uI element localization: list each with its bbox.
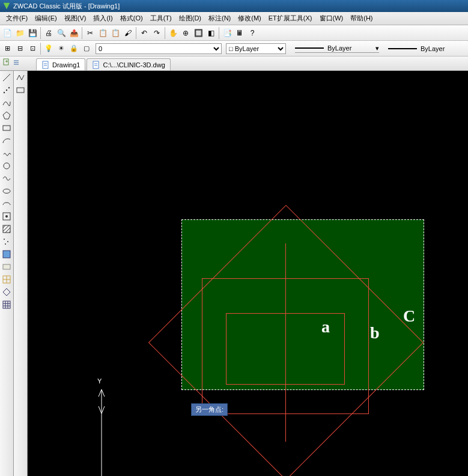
sun-icon[interactable]: ☀ <box>55 43 67 55</box>
tool-spline2[interactable] <box>1 173 12 184</box>
tool-earc[interactable] <box>1 198 12 209</box>
tooltip-corner: 另一角点: <box>191 403 228 416</box>
tool-region[interactable] <box>1 249 12 260</box>
tab-new-icon[interactable] <box>2 58 11 66</box>
tool-hatch[interactable] <box>1 224 12 234</box>
ellipse-icon <box>2 186 11 196</box>
zoom-icon[interactable]: ⊕ <box>180 27 192 39</box>
tool-spline[interactable] <box>1 97 12 108</box>
open-icon[interactable]: 📁 <box>14 27 26 39</box>
linetype-selector[interactable]: ByLayer▾ <box>295 44 379 53</box>
tool-gradient[interactable] <box>1 274 12 285</box>
tool2-rect[interactable] <box>15 85 26 96</box>
tool-line[interactable] <box>1 72 12 83</box>
separator <box>136 27 136 39</box>
undo-icon[interactable]: ↶ <box>138 27 150 39</box>
paste-icon[interactable]: 📋 <box>109 27 121 39</box>
bulb-icon[interactable]: 💡 <box>43 43 55 55</box>
tool-rect2[interactable] <box>1 261 12 272</box>
menu-视图[interactable]: 视图(V) <box>61 13 90 24</box>
table-icon <box>2 287 11 297</box>
tool-grid[interactable] <box>1 299 12 310</box>
lineweight-selector[interactable]: ByLayer <box>388 45 445 52</box>
layer2-icon[interactable]: ⊟ <box>14 43 26 55</box>
menu-文件[interactable]: 文件(F) <box>2 13 31 24</box>
draw-toolbar-2 <box>14 71 28 476</box>
menu-插入[interactable]: 插入(I) <box>90 13 116 24</box>
rect-icon <box>2 123 11 133</box>
menu-工具[interactable]: 工具(T) <box>147 13 175 24</box>
svg-rect-0 <box>4 59 8 65</box>
svg-point-14 <box>7 241 8 242</box>
tool-dot[interactable] <box>1 85 12 96</box>
publish-icon[interactable]: 📤 <box>68 27 80 39</box>
svg-point-5 <box>8 87 10 88</box>
layer3-icon[interactable]: ⊡ <box>26 43 38 55</box>
toolbar-standard: 📄📁💾🖨🔍📤✂📋📋🖌↶↷✋⊕🔲◧📑🖩? <box>0 25 468 41</box>
draw-toolbar-1 <box>0 71 14 476</box>
menu-窗口[interactable]: 窗口(W) <box>316 13 347 24</box>
svg-rect-17 <box>3 264 10 269</box>
zoomwin-icon[interactable]: 🔲 <box>192 27 204 39</box>
region-icon <box>2 249 11 259</box>
doc-tab[interactable]: Drawing1 <box>36 58 85 70</box>
preview-icon[interactable]: 🔍 <box>55 27 67 39</box>
tool-arc[interactable] <box>1 135 12 146</box>
menu-标注[interactable]: 标注(N) <box>205 13 234 24</box>
pline-icon <box>16 73 25 82</box>
toolbar-layers: ⊞⊟⊡💡☀🔒▢0□ ByLayerByLayer▾ByLayer <box>0 41 468 56</box>
match-icon[interactable]: 🖌 <box>122 27 134 39</box>
color-selector[interactable]: □ ByLayer <box>226 43 286 54</box>
svg-rect-16 <box>3 251 10 258</box>
tool-block[interactable] <box>1 211 12 222</box>
props-icon[interactable]: 📑 <box>221 27 233 39</box>
cut-icon[interactable]: ✂ <box>84 27 96 39</box>
layer-selector[interactable]: 0 <box>96 43 222 54</box>
title-text: ZWCAD Classic 试用版 - [Drawing1] <box>13 2 120 11</box>
tool-table[interactable] <box>1 287 12 298</box>
menu-绘图[interactable]: 绘图(D) <box>175 13 205 24</box>
calc-icon[interactable]: 🖩 <box>234 27 246 39</box>
tab-list-icon[interactable] <box>12 58 20 66</box>
drawing-canvas[interactable]: a b C Y 另一角点: <box>28 71 468 476</box>
annot-b: b <box>370 323 380 343</box>
menu-ET扩展工具[interactable]: ET扩展工具(X) <box>265 13 316 24</box>
menu-编辑[interactable]: 编辑(E) <box>31 13 61 24</box>
tool-rev[interactable] <box>1 148 12 159</box>
menu-修改[interactable]: 修改(M) <box>234 13 265 24</box>
annot-c: C <box>403 307 415 326</box>
doc-tab[interactable]: C:\...\CLINIC-3D.dwg <box>87 58 170 70</box>
save-icon[interactable]: 💾 <box>26 27 38 39</box>
point-icon <box>2 237 11 246</box>
redo-icon[interactable]: ↷ <box>151 27 163 39</box>
lock-icon[interactable]: 🔒 <box>68 43 80 55</box>
copy-icon[interactable]: 📋 <box>97 27 109 39</box>
tab-label: C:\...\CLINIC-3D.dwg <box>103 61 165 69</box>
menu-格式[interactable]: 格式(O) <box>117 13 147 24</box>
separator <box>82 27 82 39</box>
svg-point-11 <box>5 215 8 218</box>
svg-point-4 <box>6 90 7 91</box>
arc-icon <box>2 136 11 145</box>
menu-帮助[interactable]: 帮助(H) <box>347 13 376 24</box>
print-icon[interactable]: 🖨 <box>43 27 55 39</box>
tool-point[interactable] <box>1 236 12 247</box>
svg-rect-19 <box>3 301 10 308</box>
circle-icon <box>2 161 11 171</box>
zoomext-icon[interactable]: ◧ <box>205 27 217 39</box>
tool-rect[interactable] <box>1 123 12 133</box>
tool2-pline[interactable] <box>15 72 26 83</box>
help-icon[interactable]: ? <box>246 27 258 39</box>
pan-icon[interactable]: ✋ <box>167 27 179 39</box>
square-icon[interactable]: ▢ <box>81 43 93 55</box>
new-icon[interactable]: 📄 <box>1 27 13 39</box>
svg-rect-7 <box>3 126 10 130</box>
spline-icon <box>2 98 11 108</box>
rev-icon <box>2 148 11 158</box>
tool-polygon[interactable] <box>1 110 12 121</box>
tool-ellipse[interactable] <box>1 186 12 197</box>
layer1-icon[interactable]: ⊞ <box>1 43 13 55</box>
tool-circle[interactable] <box>1 160 12 171</box>
svg-point-3 <box>4 92 5 93</box>
annot-a: a <box>321 317 330 337</box>
